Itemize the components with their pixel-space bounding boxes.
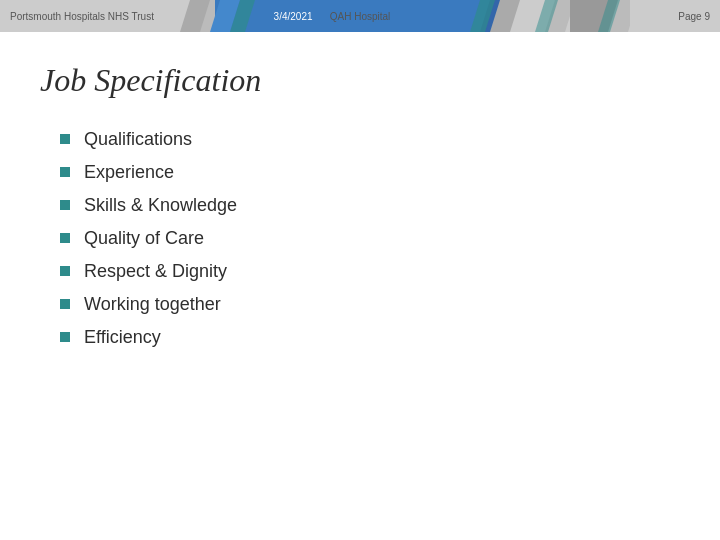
page-title: Job Specification xyxy=(40,62,680,99)
list-item: Qualifications xyxy=(60,129,680,150)
header-date: 3/4/2021 xyxy=(274,10,313,21)
header-page: Page 9 xyxy=(678,10,710,21)
main-content: Job Specification QualificationsExperien… xyxy=(0,32,720,390)
list-item: Skills & Knowledge xyxy=(60,195,680,216)
bullet-icon xyxy=(60,266,70,276)
list-item: Experience xyxy=(60,162,680,183)
bullet-icon xyxy=(60,200,70,210)
list-item: Quality of Care xyxy=(60,228,680,249)
list-item-text: Working together xyxy=(84,294,221,315)
list-item-text: Experience xyxy=(84,162,174,183)
bullet-icon xyxy=(60,167,70,177)
header-bar: Portsmouth Hospitals NHS Trust QAH Hospi… xyxy=(0,0,720,32)
list-item: Working together xyxy=(60,294,680,315)
list-item: Efficiency xyxy=(60,327,680,348)
list-item-text: Efficiency xyxy=(84,327,161,348)
bullet-icon xyxy=(60,299,70,309)
list-item-text: Qualifications xyxy=(84,129,192,150)
list-item-text: Quality of Care xyxy=(84,228,204,249)
list-item-text: Respect & Dignity xyxy=(84,261,227,282)
bullet-icon xyxy=(60,134,70,144)
header-left-text: Portsmouth Hospitals NHS Trust xyxy=(10,10,154,21)
header-center-text: QAH Hospital xyxy=(330,10,391,21)
bullet-icon xyxy=(60,332,70,342)
list-item: Respect & Dignity xyxy=(60,261,680,282)
bullet-icon xyxy=(60,233,70,243)
list-item-text: Skills & Knowledge xyxy=(84,195,237,216)
bullet-list: QualificationsExperienceSkills & Knowled… xyxy=(40,129,680,348)
